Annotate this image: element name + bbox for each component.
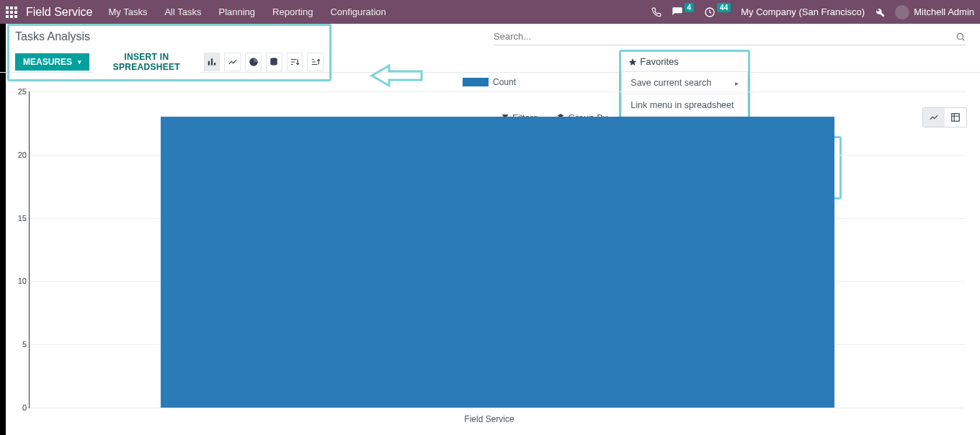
y-tick: 10 bbox=[9, 277, 27, 285]
chart-x-category: Field Service bbox=[13, 414, 966, 424]
svg-point-5 bbox=[957, 33, 963, 39]
chart-legend: Count bbox=[13, 77, 966, 87]
nav-my-tasks[interactable]: My Tasks bbox=[104, 6, 151, 17]
chart-area: Count 0510152025 Field Service bbox=[0, 73, 980, 433]
nav-configuration[interactable]: Configuration bbox=[326, 6, 390, 17]
search-input[interactable] bbox=[494, 31, 956, 42]
nav-reporting[interactable]: Reporting bbox=[268, 6, 317, 17]
legend-label: Count bbox=[493, 77, 516, 87]
stacked-icon[interactable] bbox=[266, 53, 282, 71]
avatar bbox=[895, 5, 909, 19]
svg-rect-3 bbox=[214, 63, 215, 66]
page-title: Tasks Analysis bbox=[15, 30, 324, 43]
nav-planning[interactable]: Planning bbox=[214, 6, 259, 17]
sort-asc-icon[interactable] bbox=[307, 53, 324, 71]
y-tick: 20 bbox=[9, 151, 27, 159]
favorites-button[interactable]: Favorites bbox=[621, 52, 685, 71]
chart-bar[interactable] bbox=[161, 117, 834, 408]
y-tick: 15 bbox=[9, 214, 27, 223]
user-menu[interactable]: Mitchell Admin bbox=[895, 5, 974, 19]
insert-spreadsheet-button[interactable]: INSERT IN SPREADSHEET bbox=[94, 49, 200, 75]
phone-icon[interactable] bbox=[651, 7, 662, 17]
activities-icon[interactable]: 44 bbox=[704, 6, 731, 18]
apps-grid-icon[interactable] bbox=[6, 6, 17, 18]
chart-plot: 0510152025 bbox=[29, 91, 966, 408]
pie-chart-icon[interactable] bbox=[245, 53, 262, 71]
sort-desc-icon[interactable] bbox=[287, 53, 303, 71]
user-name: Mitchell Admin bbox=[914, 6, 974, 17]
legend-swatch bbox=[463, 78, 489, 86]
measures-button[interactable]: MEASURES bbox=[15, 53, 89, 71]
y-tick: 25 bbox=[9, 87, 27, 96]
y-tick: 5 bbox=[9, 340, 27, 349]
debug-wrench-icon[interactable] bbox=[875, 7, 885, 17]
svg-rect-2 bbox=[211, 58, 213, 65]
company-switcher[interactable]: My Company (San Francisco) bbox=[741, 6, 865, 17]
bar-chart-icon[interactable] bbox=[204, 53, 220, 71]
clock-badge: 44 bbox=[717, 3, 731, 12]
svg-rect-1 bbox=[208, 61, 210, 66]
line-chart-icon[interactable] bbox=[224, 53, 241, 71]
nav-all-tasks[interactable]: All Tasks bbox=[160, 6, 205, 17]
star-icon bbox=[628, 58, 637, 66]
chat-badge: 4 bbox=[685, 3, 695, 12]
app-brand[interactable]: Field Service bbox=[26, 6, 92, 19]
controls-row: Tasks Analysis MEASURES INSERT IN SPREAD… bbox=[0, 24, 980, 73]
top-navbar: Field Service My Tasks All Tasks Plannin… bbox=[0, 0, 980, 24]
search-icon[interactable] bbox=[956, 32, 966, 42]
y-tick: 0 bbox=[9, 403, 27, 412]
messaging-icon[interactable]: 4 bbox=[672, 6, 695, 18]
